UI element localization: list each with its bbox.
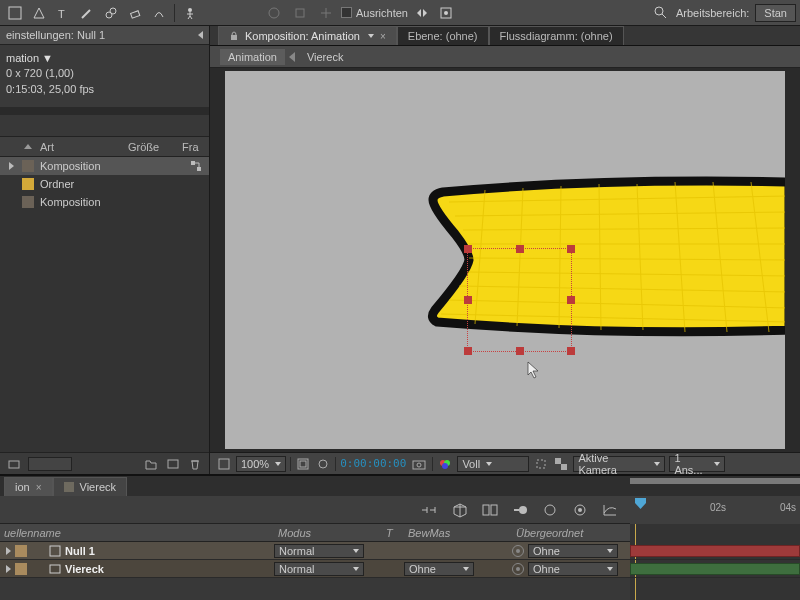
roi-icon[interactable] [533, 456, 549, 472]
trash-icon[interactable] [187, 456, 203, 472]
bpp-dropdown[interactable] [28, 457, 72, 471]
handle-bm[interactable] [516, 347, 524, 355]
col-fr[interactable]: Fra [182, 141, 208, 153]
project-item[interactable]: Komposition [0, 157, 209, 175]
clone-tool-icon[interactable] [100, 2, 122, 24]
shy-icon[interactable] [420, 500, 440, 520]
tl-tab-viereck[interactable]: Viereck [53, 477, 127, 496]
flowchart-icon[interactable] [189, 159, 203, 173]
track-area[interactable] [630, 524, 800, 600]
eraser-tool-icon[interactable] [124, 2, 146, 24]
layer-bar[interactable] [630, 563, 800, 575]
brainstorm-icon[interactable] [540, 500, 560, 520]
crumb-animation[interactable]: Animation [220, 49, 285, 65]
parent-dropdown[interactable]: Ohne [528, 544, 618, 558]
new-comp-icon[interactable] [165, 456, 181, 472]
cti-head-icon[interactable] [635, 498, 646, 509]
interpret-icon[interactable] [6, 456, 22, 472]
handle-mr[interactable] [567, 296, 575, 304]
track-row[interactable] [630, 560, 800, 578]
track-row[interactable] [630, 542, 800, 560]
pickwhip-icon[interactable] [512, 563, 524, 575]
mode-dropdown[interactable]: Normal [274, 544, 364, 558]
project-item[interactable]: Komposition [0, 193, 209, 211]
brush-tool-icon[interactable] [76, 2, 98, 24]
channel-icon[interactable] [437, 456, 453, 472]
col-size[interactable]: Größe [128, 141, 178, 153]
autokey-icon[interactable] [570, 500, 590, 520]
work-area-bar[interactable] [630, 478, 800, 484]
always-preview-icon[interactable] [216, 456, 232, 472]
snap-collision-icon[interactable] [412, 3, 432, 23]
handle-br[interactable] [567, 347, 575, 355]
snap-tool-c-icon[interactable] [315, 2, 337, 24]
pickwhip-icon[interactable] [512, 545, 524, 557]
frameblend-icon[interactable] [480, 500, 500, 520]
graph-icon[interactable] [600, 500, 620, 520]
search-icon[interactable] [652, 4, 670, 22]
svg-rect-15 [231, 35, 237, 40]
views-dropdown[interactable]: 1 Ans... [669, 456, 725, 472]
sort-triangle-icon[interactable] [24, 144, 32, 149]
col-mode[interactable]: Modus [274, 527, 382, 539]
workspace-dropdown[interactable]: Stan [755, 4, 796, 22]
snap-tool-b-icon[interactable] [289, 2, 311, 24]
project-search-bar[interactable] [0, 115, 209, 137]
pen-tool-icon[interactable] [28, 2, 50, 24]
safezones-icon[interactable] [295, 456, 311, 472]
tl-tab-ion[interactable]: ion× [4, 477, 53, 496]
zoom-dropdown[interactable]: 100% [236, 456, 286, 472]
selection-tool-icon[interactable] [4, 2, 26, 24]
current-time[interactable]: 0:00:00:00 [340, 457, 406, 470]
tab-composition[interactable]: Komposition: Animation × [218, 26, 397, 45]
null-selection-box[interactable] [467, 248, 572, 352]
handle-tr[interactable] [567, 245, 575, 253]
layer-bar[interactable] [630, 545, 800, 557]
canvas[interactable] [225, 71, 785, 449]
tab-layer[interactable]: Ebene: (ohne) [397, 26, 489, 45]
crumb-viereck[interactable]: Viereck [299, 49, 351, 65]
layer-color-chip[interactable] [15, 563, 27, 575]
layer-color-chip[interactable] [15, 545, 27, 557]
expand-icon[interactable] [6, 547, 11, 555]
roto-tool-icon[interactable] [148, 2, 170, 24]
resolution-dropdown[interactable]: Voll [457, 456, 529, 472]
handle-ml[interactable] [464, 296, 472, 304]
col-bewmas[interactable]: BewMas [404, 527, 512, 539]
snap-checkbox[interactable] [341, 7, 352, 18]
layer-name[interactable]: Viereck [65, 563, 104, 575]
snapshot-icon[interactable] [410, 456, 428, 472]
handle-bl[interactable] [464, 347, 472, 355]
bew-dropdown[interactable]: Ohne [404, 562, 474, 576]
expand-icon[interactable] [6, 162, 16, 170]
text-tool-icon[interactable]: T [52, 2, 74, 24]
chevron-down-icon[interactable] [368, 34, 374, 38]
parent-dropdown[interactable]: Ohne [528, 562, 618, 576]
expand-icon[interactable] [6, 565, 11, 573]
close-icon[interactable]: × [36, 482, 42, 493]
col-name[interactable]: Art [40, 141, 124, 153]
viewer[interactable] [210, 68, 800, 452]
motionblur-icon[interactable] [510, 500, 530, 520]
close-icon[interactable]: × [380, 31, 386, 42]
handle-tm[interactable] [516, 245, 524, 253]
new-folder-icon[interactable] [143, 456, 159, 472]
mask-toggle-icon[interactable] [315, 456, 331, 472]
transparency-icon[interactable] [553, 456, 569, 472]
splitter[interactable] [0, 107, 209, 115]
snap-tool-a-icon[interactable] [263, 2, 285, 24]
camera-dropdown[interactable]: Aktive Kamera [573, 456, 665, 472]
handle-tl[interactable] [464, 245, 472, 253]
layer-name[interactable]: Null 1 [65, 545, 95, 557]
mode-dropdown[interactable]: Normal [274, 562, 364, 576]
col-t[interactable]: T [382, 527, 404, 539]
draft3d-icon[interactable] [450, 500, 470, 520]
panel-close-icon[interactable] [198, 31, 203, 39]
puppet-tool-icon[interactable] [179, 2, 201, 24]
col-parent[interactable]: Übergeordnet [512, 527, 622, 539]
project-item[interactable]: Ordner [0, 175, 209, 193]
snap-bounds-icon[interactable] [436, 3, 456, 23]
col-source[interactable]: uellenname [0, 527, 274, 539]
timeline-ruler[interactable]: 02s 04s [630, 496, 800, 524]
tab-flowchart[interactable]: Flussdiagramm: (ohne) [489, 26, 624, 45]
